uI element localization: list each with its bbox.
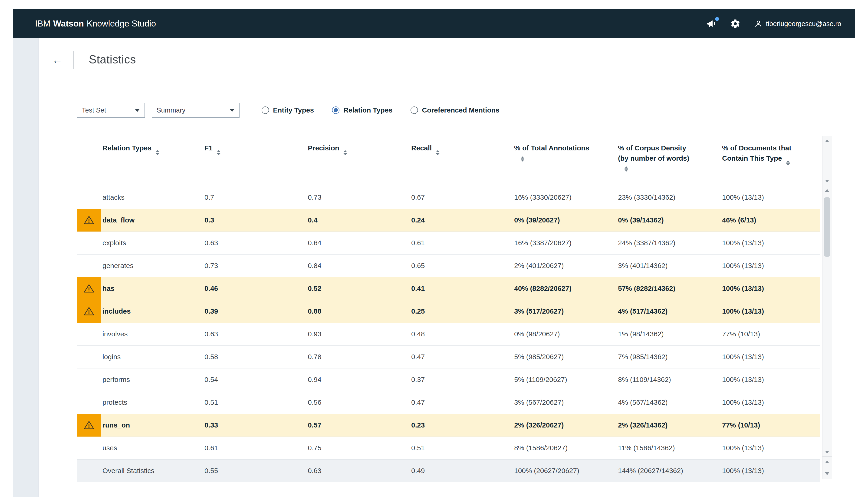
cell-corpus-density: 11% (1586/14362): [618, 437, 722, 459]
sort-icon[interactable]: [521, 156, 524, 161]
header-scrollbar-track: [822, 136, 832, 186]
cell-name: protects: [101, 391, 204, 414]
cell-f1: 0.58: [204, 345, 308, 368]
scroll-down-arrow[interactable]: [825, 451, 829, 454]
cell-f1: 0.39: [204, 300, 308, 323]
radio-relation-types[interactable]: Relation Types: [332, 106, 393, 114]
sort-icon[interactable]: [156, 150, 159, 155]
cell-name: includes: [101, 300, 204, 323]
warning-triangle-icon: [84, 306, 94, 317]
cell-f1: 0.55: [204, 459, 308, 482]
scroll-down-arrow[interactable]: [825, 180, 829, 183]
cell-corpus-density: 57% (8282/14362): [618, 277, 722, 300]
radio-unselected-icon: [262, 106, 269, 114]
user-menu[interactable]: tiberiugeorgescu@ase.ro: [754, 19, 841, 28]
warning-triangle-icon: [84, 215, 94, 226]
type-radio-group: Entity Types Relation Types Coreferenced…: [262, 106, 500, 114]
cell-corpus-density: 144% (20627/14362): [618, 459, 722, 482]
collapsed-nav-rail[interactable]: [13, 38, 39, 497]
cell-total-annotations: 100% (20627/20627): [514, 459, 618, 482]
icon-cell: [77, 231, 101, 254]
table-row-exploits: exploits0.630.640.6116% (3387/20627)24% …: [77, 231, 820, 254]
controls-bar: Test Set Summary Entity Types Relation T…: [77, 102, 500, 118]
cell-precision: 0.88: [308, 300, 411, 323]
cell-f1: 0.33: [204, 414, 308, 437]
radio-entity-types[interactable]: Entity Types: [262, 106, 314, 114]
warning-icon: [77, 414, 101, 437]
warning-icon: [77, 209, 101, 231]
warning-icon-cell: [77, 209, 101, 231]
cell-total-annotations: 3% (567/20627): [514, 391, 618, 414]
warning-icon-cell: [77, 300, 101, 323]
cell-f1: 0.3: [204, 209, 308, 231]
cell-f1: 0.46: [204, 277, 308, 300]
cell-f1: 0.61: [204, 437, 308, 459]
table-row-generates: generates0.730.840.652% (401/20627)3% (4…: [77, 254, 820, 277]
cell-documents: 46% (6/13): [722, 209, 820, 231]
scroll-up-arrow[interactable]: [825, 189, 829, 192]
cell-recall: 0.41: [411, 277, 514, 300]
brand-product: Knowledge Studio: [87, 19, 156, 29]
back-button[interactable]: ←: [52, 55, 63, 65]
radio-coreferenced-mentions[interactable]: Coreferenced Mentions: [411, 106, 499, 114]
cell-documents: 100% (13/13): [722, 459, 820, 482]
cell-precision: 0.63: [308, 459, 411, 482]
cell-name: logins: [101, 345, 204, 368]
sort-icon[interactable]: [436, 150, 440, 155]
dataset-select[interactable]: Test Set: [77, 103, 145, 118]
cell-recall: 0.25: [411, 300, 514, 323]
table-row-overall-statistics: Overall Statistics 0.55 0.63 0.49 100% (…: [77, 459, 820, 482]
cell-f1: 0.63: [204, 231, 308, 254]
scroll-up-arrow[interactable]: [825, 460, 829, 463]
cell-corpus-density: 1% (98/14362): [618, 323, 722, 345]
scroll-down-arrow[interactable]: [825, 472, 829, 475]
cell-recall: 0.47: [411, 345, 514, 368]
warning-triangle-icon: [84, 283, 94, 294]
scroll-up-arrow[interactable]: [825, 140, 829, 142]
cell-name: exploits: [101, 231, 204, 254]
user-email: tiberiugeorgescu@ase.ro: [766, 20, 841, 28]
cell-f1: 0.73: [204, 254, 308, 277]
cell-precision: 0.57: [308, 414, 411, 437]
cell-recall: 0.65: [411, 254, 514, 277]
cell-precision: 0.4: [308, 209, 411, 231]
sort-icon[interactable]: [343, 150, 347, 155]
footer-scrollbar-track: [822, 457, 832, 479]
table-row-has: has0.460.520.4140% (8282/20627)57% (8282…: [77, 277, 820, 300]
column-header-total-annotations: % of Total Annotations: [514, 136, 618, 186]
cell-recall: 0.48: [411, 323, 514, 345]
column-header-relation-types: Relation Types: [101, 136, 204, 186]
icon-cell: [77, 437, 101, 459]
cell-corpus-density: 23% (3330/14362): [618, 186, 722, 209]
sort-icon[interactable]: [217, 150, 220, 155]
column-header-f1: F1: [204, 136, 308, 186]
cell-documents: 100% (13/13): [722, 186, 820, 209]
sort-icon[interactable]: [786, 160, 790, 166]
notifications-button[interactable]: [706, 19, 717, 29]
cell-documents: 100% (13/13): [722, 254, 820, 277]
cell-total-annotations: 8% (1586/20627): [514, 437, 618, 459]
sort-icon[interactable]: [624, 167, 628, 172]
view-select[interactable]: Summary: [152, 103, 239, 118]
warning-icon: [77, 300, 101, 323]
cell-documents: 100% (13/13): [722, 368, 820, 391]
radio-label: Relation Types: [343, 106, 393, 114]
brand-watson: Watson: [53, 19, 84, 29]
cell-recall: 0.67: [411, 186, 514, 209]
chevron-down-icon: [135, 109, 140, 112]
cell-name: involves: [101, 323, 204, 345]
cell-precision: 0.52: [308, 277, 411, 300]
cell-total-annotations: 2% (326/20627): [514, 414, 618, 437]
gear-icon: [730, 18, 740, 29]
cell-name: performs: [101, 368, 204, 391]
cell-f1: 0.7: [204, 186, 308, 209]
cell-total-annotations: 16% (3387/20627): [514, 231, 618, 254]
cell-recall: 0.49: [411, 459, 514, 482]
cell-corpus-density: 4% (567/14362): [618, 391, 722, 414]
column-header-precision: Precision: [308, 136, 411, 186]
settings-button[interactable]: [730, 18, 740, 29]
table-row-includes: includes0.390.880.253% (517/20627)4% (51…: [77, 300, 820, 323]
scrollbar-thumb[interactable]: [824, 197, 830, 257]
cell-name: runs_on: [101, 414, 204, 437]
cell-corpus-density: 3% (401/14362): [618, 254, 722, 277]
